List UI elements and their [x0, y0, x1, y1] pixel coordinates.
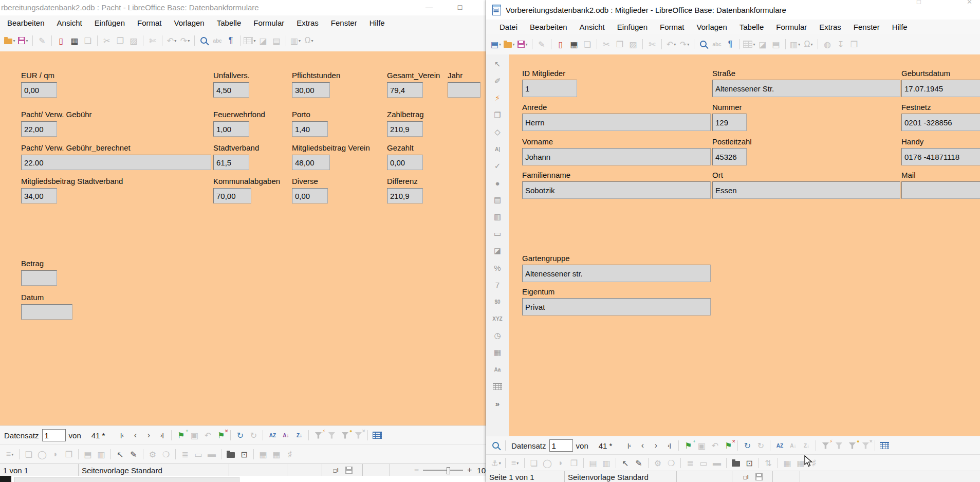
- next-record-icon[interactable]: ›: [650, 439, 662, 452]
- print-icon[interactable]: ▦: [568, 38, 580, 51]
- open-in-design-mode-icon[interactable]: [225, 448, 237, 461]
- menu-einf-gen[interactable]: Einfügen: [611, 21, 654, 33]
- select-icon[interactable]: ↖: [114, 448, 126, 461]
- document-modified-icon[interactable]: [753, 471, 765, 482]
- menu-tabelle[interactable]: Tabelle: [733, 21, 770, 33]
- more-controls-icon[interactable]: »: [490, 398, 505, 409]
- design-mode-on-off-icon[interactable]: ✎: [127, 448, 140, 461]
- porto-input[interactable]: 1,40: [292, 121, 328, 137]
- push-button-icon[interactable]: ▭: [490, 228, 505, 239]
- form-design-icon[interactable]: ❒: [490, 109, 505, 121]
- pflichtstunden-input[interactable]: 30,00: [292, 82, 330, 98]
- option-button-icon[interactable]: ●: [490, 177, 505, 189]
- ort-input[interactable]: Essen: [712, 181, 900, 199]
- open-in-design-mode-icon[interactable]: [730, 456, 742, 470]
- open-dropdown-icon[interactable]: ▾: [512, 42, 514, 47]
- data-source-as-table-icon[interactable]: [878, 439, 891, 452]
- zoom-slider-thumb[interactable]: [447, 467, 450, 474]
- stra-e-input[interactable]: Altenessener Str.: [712, 80, 900, 97]
- font-name-icon[interactable]: Aa: [490, 364, 505, 375]
- page-style[interactable]: Seitenvorlage Standard: [79, 464, 229, 476]
- wizards-on-off-icon[interactable]: ⊡: [238, 448, 250, 461]
- menu-datei[interactable]: Datei: [493, 21, 524, 33]
- id-mitglieder-input[interactable]: 1: [522, 80, 577, 97]
- previous-record-icon[interactable]: ‹: [636, 439, 649, 452]
- align-dropdown-icon[interactable]: ▾: [516, 461, 519, 466]
- familienname-input[interactable]: Sobotzik: [522, 181, 711, 199]
- pacht-titlebar[interactable]: rbereitungsdatenbank2.odb : Pacht - Libr…: [0, 0, 486, 15]
- menu-format[interactable]: Format: [654, 21, 691, 33]
- special-character-dropdown-icon[interactable]: ▾: [311, 39, 313, 43]
- design-mode-on-off-icon[interactable]: ✎: [633, 456, 645, 470]
- redo-dropdown-icon[interactable]: ▾: [188, 39, 190, 43]
- date-field-icon[interactable]: 7: [490, 279, 505, 290]
- pacht-verw-geb-hr-berechnet-input[interactable]: 22.00: [21, 155, 211, 170]
- close-button[interactable]: ✕: [967, 0, 972, 6]
- nummer-input[interactable]: 129: [712, 114, 747, 131]
- design-mode-icon[interactable]: ✐: [490, 76, 505, 87]
- maximize-button[interactable]: □: [917, 0, 921, 6]
- mitgliedsbeitrag-verein-input[interactable]: 48,00: [292, 155, 330, 170]
- form-based-filters-icon[interactable]: ●: [846, 439, 858, 452]
- kommunalabgaben-input[interactable]: 70,00: [213, 188, 251, 203]
- text-box-icon[interactable]: A|: [490, 143, 505, 155]
- gezahlt-input[interactable]: 0,00: [387, 155, 423, 170]
- insert-table-dropdown-icon[interactable]: ▾: [753, 42, 755, 47]
- new-document-icon[interactable]: ▤▾: [490, 38, 502, 51]
- anrede-input[interactable]: Herrn: [522, 114, 711, 131]
- menu-hilfe[interactable]: Hilfe: [363, 16, 391, 29]
- check-box-icon[interactable]: ✓: [490, 160, 505, 172]
- menu-format[interactable]: Format: [131, 16, 168, 29]
- vorname-input[interactable]: Johann: [522, 148, 711, 165]
- diverse-input[interactable]: 0,00: [292, 188, 328, 203]
- redo-dropdown-icon[interactable]: ▾: [687, 42, 689, 47]
- menu-fenster[interactable]: Fenster: [847, 21, 886, 33]
- differenz-input[interactable]: 210,9: [387, 188, 423, 203]
- betrag-input[interactable]: [21, 270, 57, 286]
- anchor-dropdown-icon[interactable]: ▾: [499, 461, 501, 466]
- menu-bearbeiten[interactable]: Bearbeiten: [1, 16, 51, 29]
- feuerwehrfond-input[interactable]: 1,00: [213, 121, 249, 137]
- minimize-button[interactable]: —: [421, 3, 437, 11]
- menu-einf-gen[interactable]: Einfügen: [88, 16, 131, 29]
- save-icon[interactable]: ▾: [17, 34, 29, 47]
- first-record-icon[interactable]: |‹: [116, 429, 128, 442]
- last-record-icon[interactable]: ›|: [663, 439, 675, 452]
- insert-table-dropdown-icon[interactable]: ▾: [253, 39, 255, 43]
- geburtsdatum-input[interactable]: 17.07.1945: [901, 80, 980, 97]
- save-icon[interactable]: ▾: [516, 38, 529, 51]
- currency-field-icon[interactable]: $0: [490, 296, 505, 307]
- form-based-filters-icon[interactable]: ●: [339, 429, 351, 442]
- record-number-input[interactable]: [549, 439, 573, 452]
- combo-box-icon[interactable]: ▥: [490, 211, 505, 223]
- maximize-button[interactable]: □: [452, 3, 468, 11]
- menu-formular[interactable]: Formular: [247, 16, 290, 29]
- menu-vorlagen[interactable]: Vorlagen: [168, 16, 211, 29]
- sort-icon[interactable]: AZ: [773, 439, 786, 452]
- next-record-icon[interactable]: ›: [142, 429, 155, 442]
- stadtverband-input[interactable]: 61,5: [213, 155, 249, 170]
- menu-bearbeiten[interactable]: Bearbeiten: [524, 21, 574, 33]
- save-dropdown-icon[interactable]: ▾: [26, 39, 28, 43]
- menu-hilfe[interactable]: Hilfe: [886, 21, 914, 33]
- eigentum-input[interactable]: Privat: [522, 298, 711, 316]
- label-field-icon[interactable]: ◇: [490, 126, 505, 138]
- sort-ascending-icon[interactable]: A↓: [280, 429, 292, 442]
- new-record-icon[interactable]: ⚑+: [682, 439, 694, 452]
- autofilter-icon[interactable]: ⚡: [312, 429, 324, 442]
- search-icon[interactable]: [490, 439, 502, 452]
- file-selection-icon[interactable]: ▦: [490, 347, 505, 358]
- undo-dropdown-icon[interactable]: ▾: [174, 39, 176, 43]
- menu-ansicht[interactable]: Ansicht: [51, 16, 88, 29]
- zoom-in-icon[interactable]: +: [467, 466, 472, 475]
- page-style[interactable]: Seitenvorlage Standard: [565, 471, 677, 482]
- open-icon[interactable]: ▾: [4, 34, 16, 47]
- save-dropdown-icon[interactable]: ▾: [525, 42, 527, 47]
- first-record-icon[interactable]: |‹: [623, 439, 635, 452]
- jahr-input[interactable]: [448, 82, 480, 98]
- zoom-slider[interactable]: [423, 470, 463, 471]
- mitglieder-titlebar[interactable]: Vorbereitungsdatenbank2.odb : Mitglieder…: [486, 0, 980, 20]
- festnetz-input[interactable]: 0201 -328856: [901, 114, 980, 131]
- previous-record-icon[interactable]: ‹: [129, 429, 141, 442]
- new-record-icon[interactable]: ⚑+: [175, 429, 187, 442]
